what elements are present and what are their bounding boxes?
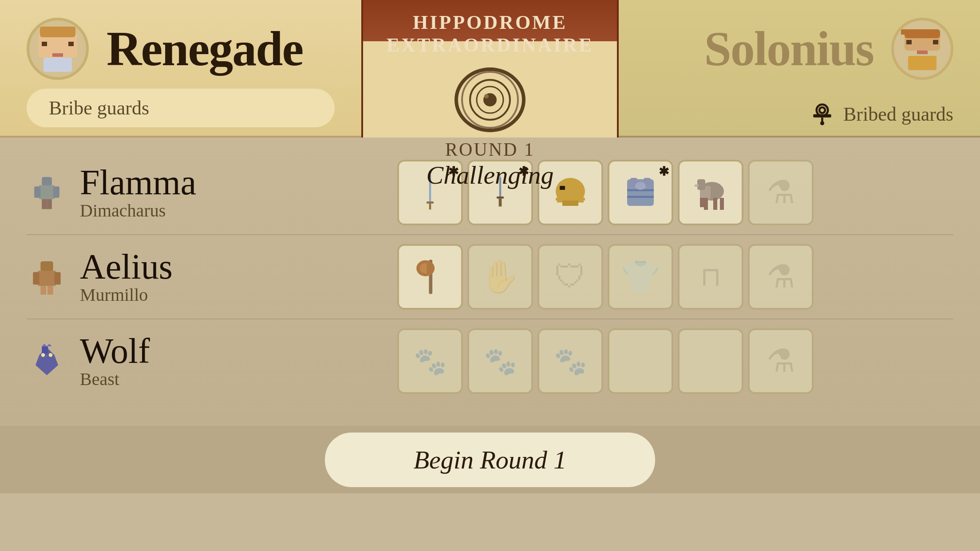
svg-rect-24 [39,185,54,199]
slot-wolf-5[interactable] [678,328,743,394]
left-player-ability[interactable]: Bribe guards [27,89,335,127]
slot-wolf-potion[interactable]: ⚗ [748,328,814,394]
slot-wolf-4[interactable] [608,328,673,394]
hippodrome-title: HIPPODROME EXTRAORDINAIRE [363,0,617,63]
svg-rect-59 [33,272,39,284]
svg-rect-28 [47,199,51,209]
aelius-equipment: ✋ 🛡 👕 ⊓ ⚗ [257,244,953,310]
svg-rect-3 [68,42,74,46]
svg-point-71 [41,353,45,357]
left-player-name: Renegade [107,24,303,73]
svg-rect-6 [43,58,72,72]
flamma-icon [27,173,67,213]
svg-point-18 [817,105,828,116]
svg-rect-47 [627,196,654,198]
svg-rect-52 [695,185,699,187]
svg-rect-54 [713,198,717,210]
svg-rect-68 [42,346,48,354]
flamma-name-block: Flamma Dimacharus [80,165,196,221]
svg-rect-42 [560,186,565,190]
slot-paw-3[interactable]: 🐾 [537,328,603,394]
svg-point-72 [48,353,52,357]
slot-horseshoe[interactable]: ⊓ [678,244,743,310]
wolf-icon [27,341,67,381]
svg-rect-61 [40,286,46,295]
slot-potion-2[interactable]: ⚗ [748,244,814,310]
svg-rect-56 [700,198,704,207]
svg-marker-70 [47,343,51,346]
table-row: Wolf Beast 🐾 🐾 🐾 [27,319,953,403]
slot-axe[interactable] [397,244,463,310]
svg-rect-4 [52,53,63,57]
svg-rect-16 [901,29,910,35]
round-emblem [454,67,526,132]
svg-rect-53 [704,198,708,210]
svg-rect-35 [497,197,504,199]
helmet-icon [550,173,590,213]
svg-rect-31 [427,201,434,204]
slot-horse[interactable] [678,160,743,225]
svg-rect-58 [38,271,55,286]
table-row: Aelius Murmillo ✋ [27,235,953,319]
svg-rect-17 [908,56,937,70]
svg-marker-69 [42,343,47,346]
aelius-name-block: Aelius Murmillo [80,249,173,305]
svg-rect-2 [42,42,47,46]
slot-paw-1[interactable]: 🐾 [397,328,463,394]
svg-rect-23 [42,177,52,186]
gladiator-info-aelius: Aelius Murmillo [27,249,257,305]
svg-rect-57 [40,261,53,272]
solonius-avatar [891,18,953,80]
gladiator-info-wolf: Wolf Beast [27,333,257,390]
wolf-name-block: Wolf Beast [80,333,150,390]
svg-rect-27 [42,199,47,209]
center-panel: HIPPODROME EXTRAORDINAIRE ROUND 1 Challe… [361,0,619,138]
axe-icon [410,257,450,297]
svg-rect-5 [40,27,75,37]
round-info: ROUND 1 Challenging [427,139,554,190]
svg-rect-32 [429,204,431,210]
svg-rect-62 [47,286,53,295]
left-player-header: Renegade [27,18,335,80]
right-player-ability: Bribed guards [810,98,953,131]
svg-rect-26 [53,186,59,198]
svg-rect-13 [933,40,938,44]
armor-icon [620,173,660,213]
svg-rect-14 [917,51,928,54]
svg-rect-60 [54,272,60,284]
slot-paw-2[interactable]: 🐾 [467,328,533,394]
avatar [27,18,89,80]
svg-rect-12 [906,40,912,44]
flamma-equipment: ✱ ✱ [257,160,953,225]
aelius-icon [27,257,67,297]
right-player-header: Solonius [704,18,953,80]
svg-rect-55 [720,198,724,210]
emblem-inner [461,71,519,129]
bribed-guards-icon [810,102,834,126]
svg-point-19 [819,107,825,113]
svg-rect-39 [562,201,578,206]
svg-rect-40 [556,198,562,201]
slot-potion-empty[interactable]: ⚗ [748,160,814,225]
horse-icon [691,173,731,213]
right-player-panel: Solonius Bribed guards [619,0,980,138]
slot-shield[interactable]: 🛡 [537,244,603,310]
svg-point-22 [820,121,824,125]
left-player-panel: Renegade Bribe guards [0,0,361,138]
svg-rect-36 [499,199,502,207]
slot-tunic[interactable]: 👕 [608,244,673,310]
svg-rect-25 [34,186,40,198]
begin-round-button[interactable]: Begin Round 1 [325,433,656,487]
svg-point-48 [635,182,646,190]
slot-hand[interactable]: ✋ [467,244,533,310]
bottom-section: Begin Round 1 [0,426,980,493]
svg-rect-20 [813,114,831,118]
svg-rect-66 [427,264,432,273]
svg-point-10 [484,94,489,98]
wolf-equipment: 🐾 🐾 🐾 ⚗ [257,328,953,394]
right-player-name: Solonius [704,24,873,73]
gladiator-info-flamma: Flamma Dimacharus [27,165,257,221]
slot-armor[interactable]: ✱ [608,160,673,225]
svg-rect-41 [578,198,585,201]
